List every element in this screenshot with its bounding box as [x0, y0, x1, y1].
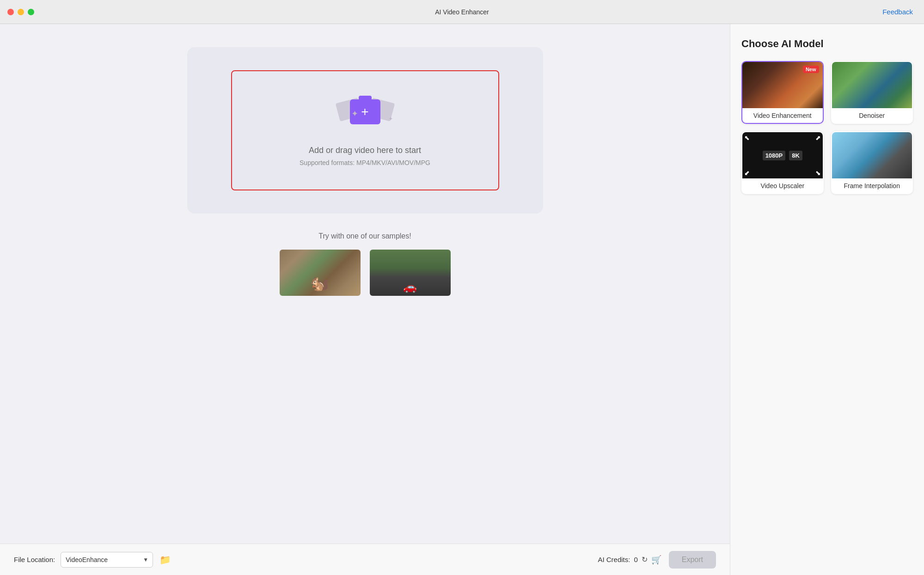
- squirrel-thumbnail: [280, 250, 361, 296]
- model-thumbnail-frame-interpolation: [832, 132, 912, 178]
- samples-row: [280, 250, 451, 296]
- model-label-frame-interpolation: Frame Interpolation: [832, 178, 912, 193]
- minimize-button[interactable]: [18, 9, 24, 15]
- sparkle-right-icon: ✦: [388, 116, 393, 122]
- content-area: + ✦ ✦ Add or drag video here to start Su…: [0, 24, 730, 575]
- model-card-denoiser[interactable]: Denoiser: [831, 61, 913, 124]
- arrow-br-icon: ⬊: [815, 169, 821, 177]
- sparkle-left-icon: ✦: [351, 109, 358, 119]
- sample-squirrel[interactable]: [280, 250, 361, 296]
- arrow-tl-icon: ⬉: [744, 134, 750, 141]
- export-button[interactable]: Export: [669, 551, 716, 569]
- model-card-frame-interpolation[interactable]: Frame Interpolation: [831, 131, 913, 194]
- drop-zone-main-text: Add or drag video here to start: [309, 146, 421, 155]
- model-thumbnail-denoiser: [832, 62, 912, 108]
- feedback-link[interactable]: Feedback: [882, 8, 913, 16]
- plus-icon: +: [361, 105, 368, 118]
- traffic-thumbnail: [370, 250, 451, 296]
- folder-icon-group: + ✦ ✦: [337, 95, 393, 136]
- title-bar: AI Video Enhancer Feedback: [0, 0, 924, 24]
- app-title: AI Video Enhancer: [435, 8, 489, 16]
- drop-zone[interactable]: + ✦ ✦ Add or drag video here to start Su…: [231, 70, 499, 190]
- close-button[interactable]: [7, 9, 14, 15]
- bottom-bar: File Location: VideoEnhance Desktop Docu…: [0, 544, 730, 575]
- window-controls: [7, 9, 34, 15]
- refresh-icon[interactable]: ↻: [642, 555, 648, 564]
- new-badge: New: [803, 66, 819, 73]
- file-location-wrapper: VideoEnhance Desktop Documents ▼: [61, 552, 153, 568]
- model-thumbnail-video-upscaler: ⬉ ⬈ ⬋ ⬊ 1080P 8K: [742, 132, 823, 178]
- upscaler-image: ⬉ ⬈ ⬋ ⬊ 1080P 8K: [742, 132, 823, 178]
- bottom-right: AI Credits: 0 ↻ 🛒 Export: [598, 551, 716, 569]
- model-thumbnail-video-enhancement: New: [742, 62, 823, 108]
- drop-zone-sub-text: Supported formats: MP4/MKV/AVI/MOV/MPG: [300, 159, 430, 166]
- samples-section: Try with one of our samples!: [187, 232, 543, 296]
- arrow-bl-icon: ⬋: [744, 169, 750, 177]
- upscaler-arrows: ⬉ ⬈ ⬋ ⬊: [742, 132, 823, 178]
- credits-count: 0: [634, 556, 637, 563]
- sample-traffic[interactable]: [370, 250, 451, 296]
- file-location-label: File Location:: [14, 556, 55, 563]
- cart-icon[interactable]: 🛒: [651, 555, 661, 565]
- file-location-select[interactable]: VideoEnhance Desktop Documents: [61, 552, 153, 568]
- maximize-button[interactable]: [28, 9, 34, 15]
- denoiser-image: [832, 62, 912, 108]
- model-card-video-enhancement[interactable]: New Video Enhancement: [741, 61, 824, 124]
- right-panel: Choose AI Model New Video Enhancement De…: [730, 24, 924, 575]
- samples-title: Try with one of our samples!: [318, 232, 411, 240]
- center-panel: + ✦ ✦ Add or drag video here to start Su…: [0, 24, 730, 544]
- ai-credits-text: AI Credits:: [598, 556, 630, 563]
- main-layout: + ✦ ✦ Add or drag video here to start Su…: [0, 24, 924, 575]
- model-card-video-upscaler[interactable]: ⬉ ⬈ ⬋ ⬊ 1080P 8K Video Upscaler: [741, 131, 824, 194]
- model-grid: New Video Enhancement Denoiser ⬉ ⬈: [741, 61, 913, 194]
- browse-folder-button[interactable]: 📁: [158, 552, 173, 567]
- model-label-video-enhancement: Video Enhancement: [742, 108, 823, 123]
- drop-zone-container: + ✦ ✦ Add or drag video here to start Su…: [187, 47, 543, 214]
- ai-credits-label: AI Credits: 0 ↻ 🛒: [598, 555, 661, 565]
- model-label-video-upscaler: Video Upscaler: [742, 178, 823, 193]
- arrow-tr-icon: ⬈: [815, 134, 821, 141]
- model-label-denoiser: Denoiser: [832, 108, 912, 123]
- frame-interpolation-image: [832, 132, 912, 178]
- panel-title: Choose AI Model: [741, 38, 913, 50]
